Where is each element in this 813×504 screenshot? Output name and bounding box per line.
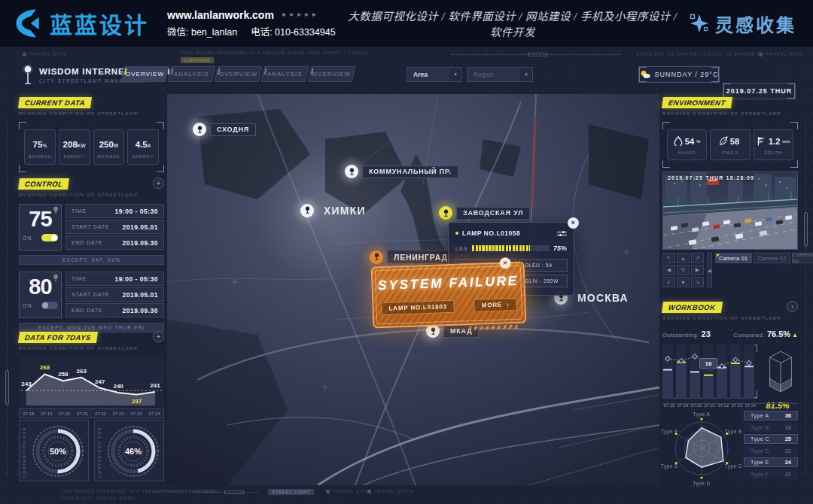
deco-top-right: SOME DAY AS FAR AS I COULD TO WHERE IT: [636, 52, 763, 56]
power-toggle[interactable]: [41, 234, 58, 241]
tab-overview-1[interactable]: OVERVIEW: [121, 66, 169, 82]
nav-tabs: OVERVIEW ANALYSIS OVERVIEW ANALYSIS OVER…: [123, 66, 354, 82]
legend-row-type-b[interactable]: Type B28: [744, 423, 798, 433]
line-chart-value: 241: [147, 382, 163, 389]
pan-up-button[interactable]: ▲: [677, 253, 690, 263]
close-icon[interactable]: ×: [499, 257, 511, 269]
legend-row-type-e[interactable]: Type E24: [744, 457, 798, 467]
top-banner: 蓝蓝设计 www.lanlanwork.com ►►►►► 微信: ben_la…: [0, 0, 813, 47]
legend-row-type-a[interactable]: Type A36: [744, 411, 798, 421]
tab-analysis-2[interactable]: ANALYSIS: [261, 66, 309, 82]
brightness-level-box: 75 ON: [19, 204, 62, 250]
bulb-icon: [53, 206, 59, 214]
region-select[interactable]: Region ▾: [467, 67, 533, 82]
website-link[interactable]: www.lanlanwork.com: [167, 9, 274, 21]
control-subtitle: RUNNING CONDITION OF STREETLAMP: [19, 193, 164, 197]
x-tick-label: 07.20: [56, 411, 74, 416]
phone-text: 电话: 010-63334945: [251, 24, 336, 38]
end-date-row[interactable]: END DATE2019.09.30: [65, 303, 164, 317]
x-tick-label: 07.19: [38, 411, 56, 416]
line-chart-value: 240: [110, 383, 126, 390]
start-date-row[interactable]: START DATE2019.05.01: [65, 287, 164, 302]
map-pin-khimki[interactable]: ХИМКИ: [300, 202, 372, 218]
deco-street-light-badge: STREET LIGHT: [268, 489, 314, 495]
deco-bottom-mark-2: TRAVEL BOTH: [367, 489, 413, 493]
legend-row-type-c[interactable]: Type C25: [744, 434, 798, 444]
seven-days-add-button[interactable]: +: [153, 331, 164, 342]
x-tick-label: 07.22: [92, 411, 110, 416]
legend-row-type-d[interactable]: Type D31: [744, 446, 798, 456]
workbook-title: WORKBOOK: [662, 302, 723, 313]
camera-view[interactable]: 2019.07.25 THUR 18:28:09: [662, 172, 798, 250]
close-icon[interactable]: ×: [568, 217, 579, 229]
pan-down-button[interactable]: ▼: [677, 277, 690, 287]
lamp-id: LAMP NO.L01058: [462, 229, 553, 237]
x-tick-label: 07.23: [109, 411, 127, 416]
pan-right-button[interactable]: ▶: [691, 265, 704, 275]
workbook-more-button[interactable]: ›: [787, 301, 798, 312]
stat-card-energy-kw: 208KW ENERGY: [59, 129, 90, 165]
camera-prev-button[interactable]: ◀: [707, 253, 712, 287]
start-date-row[interactable]: START DATE2019.05.01: [65, 220, 164, 234]
radar-axis-label: Type F: [661, 429, 678, 434]
camera-03-button[interactable]: Camera 03: [792, 253, 813, 263]
logo: 蓝蓝设计: [12, 7, 149, 40]
city-map[interactable]: СХОДНЯ КОММУНАЛЬНЫЙ ПР. ХИМКИ ЗАВОДСКАЯ …: [167, 94, 659, 485]
map-pin-skhodnya[interactable]: СХОДНЯ: [193, 123, 256, 136]
dleu-cell: DLEU : 5A: [519, 259, 568, 272]
deco-top-center: TWO ROADS DIVERGED IN A YELLOW WOOD, AND…: [181, 50, 368, 55]
legend-row-type-f[interactable]: Type F37: [744, 469, 798, 479]
comparison-gauge-1: COMPARISON FOR 50%: [19, 420, 89, 481]
line-chart-value: 263: [73, 368, 90, 375]
environment-subtitle: RUNNING CONDITION OF STREETLAMP: [662, 111, 798, 116]
pan-up-left-button[interactable]: ↖: [662, 253, 675, 263]
settings-sliders-icon[interactable]: [557, 230, 567, 237]
radar-chart-svg: [662, 409, 741, 484]
line-chart-x-axis: 07.1807.1907.2007.2107.2207.2307.2407.24: [19, 408, 164, 418]
deco-top-line: [452, 54, 621, 55]
area-select[interactable]: Area ▾: [406, 67, 462, 82]
seven-days-panel: DATA FOR 7DAYS + RUNNING CONDITION OF ST…: [19, 329, 164, 418]
tab-overview-3[interactable]: OVERVIEW: [308, 66, 355, 82]
workbook-panel: WORKBOOK › RUNNING CONDITION OF STREETLA…: [662, 299, 798, 410]
end-date-row[interactable]: END DATE2019.09.30: [65, 235, 164, 250]
except-days-1: EXCEPT: SAT, SUN: [19, 255, 164, 265]
sparkle-star-icon: [690, 14, 709, 33]
camera-list: Camera 01 Camera 02 Camera 03 Camera 04 …: [715, 253, 813, 287]
control-add-button[interactable]: +: [153, 178, 164, 189]
deco-bottom-left-2: COULD NOT TRAVEL BOTH.: [60, 496, 136, 500]
time-row[interactable]: TIME19:00 - 05:30: [65, 204, 164, 218]
bulb-icon: [53, 274, 59, 281]
services-text: 大数据可视化设计 / 软件界面设计 / 网站建设 / 手机及小程序设计 / 软件…: [336, 8, 690, 39]
pan-down-right-button[interactable]: ↘: [691, 277, 704, 287]
time-row[interactable]: TIME19:00 - 05:30: [65, 272, 164, 286]
lanlan-logo-icon: [12, 7, 45, 40]
gauge-label: COMPARISON FOR: [97, 427, 102, 478]
workbook-bar-chart-svg: [662, 345, 757, 399]
power-toggle[interactable]: [41, 302, 58, 309]
screen: 蓝蓝设计 www.lanlanwork.com ►►►►► 微信: ben_la…: [0, 0, 813, 504]
lamp-pin-icon: [439, 206, 452, 220]
wechat-text: 微信: ben_lanlan: [167, 24, 237, 38]
refresh-button[interactable]: ↻: [677, 265, 690, 275]
deco-bottom-line: [197, 492, 257, 493]
bar-tooltip: 16: [699, 358, 717, 369]
camera-02-button[interactable]: Camera 02: [754, 253, 790, 263]
stat-card-energy-a: 4.5A ENERGY: [127, 129, 159, 165]
more-button[interactable]: MORE›: [474, 298, 517, 312]
dashboard: TRAVEL WITH TWO ROADS DIVERGED IN A YELL…: [0, 47, 813, 504]
contact-block: www.lanlanwork.com ►►►►► 微信: ben_lanlan …: [167, 9, 336, 38]
map-pin-zavodskaya[interactable]: ЗАВОДСКАЯ УЛ: [439, 206, 530, 220]
tab-analysis-1[interactable]: ANALYSIS: [168, 66, 215, 82]
environment-frame: 54% HUMID 58 PM2.5: [662, 122, 798, 168]
pan-left-button[interactable]: ◀: [662, 265, 675, 275]
camera-01-button[interactable]: Camera 01: [715, 253, 752, 263]
map-pin-kommunalny[interactable]: КОММУНАЛЬНЫЙ ПР.: [345, 165, 458, 178]
tab-overview-2[interactable]: OVERVIEW: [215, 66, 262, 82]
traffic-scene: [663, 172, 797, 249]
gauge-value: 46%: [105, 424, 161, 479]
seven-days-title: DATA FOR 7DAYS: [18, 332, 98, 343]
pan-down-left-button[interactable]: ↙: [662, 277, 675, 287]
streetlamp-icon: [23, 65, 33, 86]
pan-up-right-button[interactable]: ↗: [691, 253, 704, 263]
